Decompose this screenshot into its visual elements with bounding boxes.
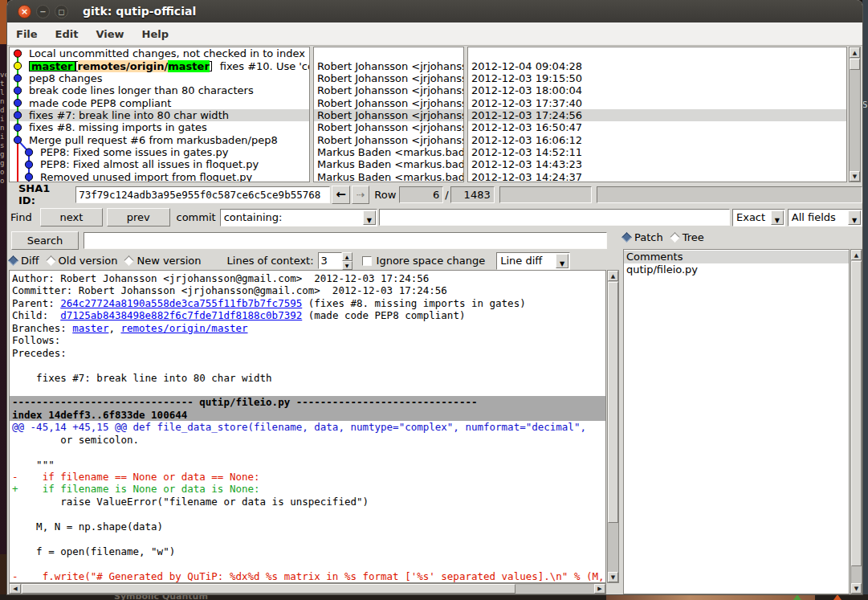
diff-radio-label[interactable]: Diff [21,255,39,267]
commit-author[interactable]: Robert Johansson <jrjohansso [314,109,463,121]
commit-subject-pane[interactable]: Local uncommitted changes, not checked i… [9,47,310,182]
scrollbar-thumb[interactable] [608,282,618,523]
commit-date[interactable]: 2012-12-04 09:04:28 [468,59,846,71]
tree-radio[interactable] [670,232,680,243]
commit-row-subject[interactable]: fixes #7: break line into 80 char width [10,109,309,121]
commit-row-subject[interactable]: fixes #8. missing imports in gates [10,121,309,133]
tree-radio-label[interactable]: Tree [683,231,704,243]
line-diff-combobox[interactable]: Line diff ▼ [496,252,570,270]
branch-ref-badge[interactable]: master [29,61,75,71]
old-version-label[interactable]: Old version [59,255,118,267]
scrollbar-thumb[interactable] [850,59,860,70]
file-list-item[interactable]: Comments [624,251,849,263]
commit-row-subject[interactable]: PEP8: Fixed some issues in gates.py [10,146,309,158]
diff-h-scrollbar[interactable]: ◀ ▶ [9,583,606,594]
commit-author[interactable]: Robert Johansson <jrjohansso [314,72,463,84]
scrollbar-thumb[interactable] [851,261,862,566]
search-input[interactable] [84,232,607,249]
scrollbar-thumb[interactable] [22,584,516,594]
match-mode-combobox[interactable]: Exact ▼ [732,209,785,227]
scroll-up-icon[interactable]: ▲ [608,271,618,281]
menu-view[interactable]: View [87,28,132,40]
patch-radio[interactable] [621,232,632,243]
commit-date[interactable]: 2012-12-03 16:50:47 [468,121,846,133]
old-version-radio[interactable] [46,255,56,266]
diff-view[interactable]: Author: Robert Johansson <jrjohansson@gm… [9,270,606,583]
commit-date[interactable]: 2012-12-03 14:52:11 [468,146,846,158]
commit-date[interactable]: 2012-12-03 19:15:50 [468,72,846,84]
find-prev-button[interactable]: prev [107,208,169,227]
commit-date-pane[interactable]: 2012-12-04 09:04:282012-12-03 19:15:5020… [467,47,847,182]
patch-radio-label[interactable]: Patch [634,231,663,243]
fields-combobox[interactable]: All fields ▼ [788,209,862,227]
commit-row-subject[interactable]: Local uncommitted changes, not checked i… [10,47,309,59]
new-version-label[interactable]: New version [137,255,201,267]
ignore-space-checkbox[interactable] [362,256,372,266]
commit-row-subject[interactable]: Removed unused import from floquet.py [10,171,309,182]
new-version-radio[interactable] [124,255,135,266]
scroll-down-icon[interactable]: ▼ [850,171,860,182]
commit-row-subject[interactable]: Merge pull request #6 from markusbaden/p… [10,134,309,146]
containing-combobox[interactable]: containing: ▼ [220,209,377,227]
commit-link[interactable]: 264c27724a8190a558de3ca755f11fb7b7fc7595 [60,297,302,309]
commit-row-subject[interactable]: masterremotes/origin/masterfixes #10. Us… [10,59,309,71]
context-spinner[interactable]: 3 ▲ ▼ [318,252,352,270]
commit-author-pane[interactable]: Robert Johansson <jrjohanssoRobert Johan… [313,47,464,182]
scroll-up-icon[interactable]: ▲ [851,250,862,260]
commit-link[interactable]: d7125ab8438498e882f6c7fde71df8188c0b7392 [60,309,302,321]
context-value[interactable]: 3 [318,252,342,269]
sha1-input[interactable]: 73f79c124adb3a95e955f0c587ce6c5ce9b55768 [75,186,330,203]
minimize-button[interactable]: − [36,5,50,18]
menu-file[interactable]: File [7,28,47,40]
close-button[interactable]: × [18,5,31,18]
chevron-down-icon[interactable]: ▼ [363,210,376,225]
scroll-left-icon[interactable]: ◀ [10,584,21,594]
spin-up-icon[interactable]: ▲ [342,252,352,261]
scroll-down-icon[interactable]: ▼ [608,572,618,582]
titlebar[interactable]: × − ◻ gitk: qutip-official [7,0,862,22]
scroll-right-icon[interactable]: ▶ [594,584,605,594]
commit-row-subject[interactable]: break code lines longer than 80 characte… [10,84,309,96]
commit-row-subject[interactable]: made code PEP8 compliant [10,96,309,108]
chevron-down-icon[interactable]: ▼ [848,210,861,225]
commit-author[interactable]: Markus Baden <markus.bade [314,171,463,182]
commit-date[interactable]: 2012-12-03 16:06:12 [468,134,846,146]
file-list-item[interactable]: qutip/fileio.py [624,263,849,276]
commit-author[interactable]: Robert Johansson <jrjohansso [314,59,463,71]
chevron-down-icon[interactable]: ▼ [771,210,784,225]
commit-row-subject[interactable]: PEP8: Fixed almost all issues in floquet… [10,158,309,170]
search-button[interactable]: Search [11,231,79,250]
menu-edit[interactable]: Edit [47,28,88,40]
commit-author[interactable]: Robert Johansson <jrjohansso [314,121,463,133]
commit-date[interactable]: 2012-12-03 14:24:37 [468,171,846,182]
commit-date[interactable]: 2012-12-03 17:37:40 [468,96,846,108]
commit-date[interactable]: 2012-12-03 17:24:56 [468,109,846,121]
commit-link[interactable]: remotes/origin/master [120,322,247,334]
commit-author[interactable]: Robert Johansson <jrjohansso [314,96,463,108]
commit-row-subject[interactable]: pep8 changes [10,72,309,84]
file-list[interactable]: Commentsqutip/fileio.py [623,249,850,594]
chevron-down-icon[interactable]: ▼ [556,254,568,268]
commit-author[interactable]: Robert Johansson <jrjohansso [314,84,463,96]
spin-down-icon[interactable]: ▼ [342,261,352,270]
commit-date[interactable]: 2012-12-03 14:43:23 [468,158,846,170]
nav-forward-button[interactable]: ⇢ [352,186,370,204]
commit-author[interactable]: Markus Baden <markus.bade [314,146,463,158]
ignore-space-label[interactable]: Ignore space change [377,255,486,267]
find-next-button[interactable]: next [40,208,103,227]
commit-author[interactable]: Markus Baden <markus.bade [314,158,463,170]
nav-back-button[interactable]: ← [332,186,350,204]
commit-link[interactable]: master [72,322,108,334]
diff-scrollbar[interactable]: ▲ ▼ [607,270,619,583]
file-list-scrollbar[interactable]: ▲ ▼ [850,249,862,594]
scroll-down-icon[interactable]: ▼ [851,583,862,594]
scroll-up-icon[interactable]: ▲ [850,47,860,58]
remote-ref-badge[interactable]: remotes/origin/master [75,61,212,71]
menu-help[interactable]: Help [133,28,177,40]
commit-date[interactable]: 2012-12-03 18:00:04 [468,84,846,96]
diff-radio[interactable] [8,255,18,266]
commit-author[interactable]: Robert Johansson <jrjohansso [314,134,463,146]
find-query-input[interactable] [379,209,730,226]
commit-list-scrollbar[interactable]: ▲ ▼ [849,47,861,182]
commit-date[interactable] [468,47,846,59]
